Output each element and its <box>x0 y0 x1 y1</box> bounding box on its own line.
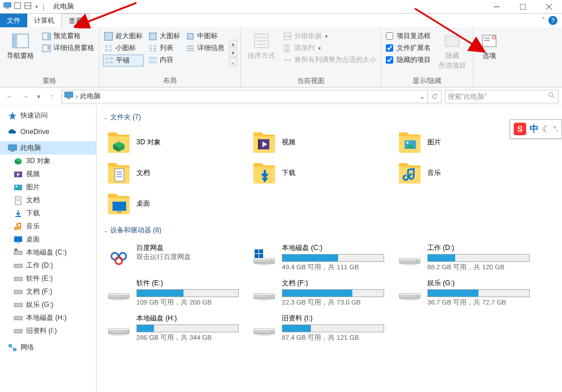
list-view[interactable]: 列表 <box>147 43 181 53</box>
drive-icon <box>107 283 131 302</box>
sidebar-thispc[interactable]: 此电脑 <box>0 141 96 155</box>
drive-4[interactable]: 文档 (F:)22.3 GB 可用，共 73.0 GB <box>249 275 394 310</box>
sidebar-network[interactable]: 网络 <box>0 341 96 354</box>
close-button[interactable] <box>536 0 562 14</box>
sidebar-docs[interactable]: 文档 <box>0 194 96 207</box>
ime-float[interactable]: S 中 ☾ °, <box>510 119 562 139</box>
sidebar-h[interactable]: 本地磁盘 (H:) <box>0 311 96 324</box>
small-icons[interactable]: 小图标 <box>103 43 144 53</box>
item-checkboxes[interactable]: 项目复选框 <box>385 31 432 41</box>
drive-3[interactable]: 软件 (E:)109 GB 可用，共 200 GB <box>103 275 249 310</box>
drive-1[interactable]: 本地磁盘 (C:)49.4 GB 可用，共 111 GB <box>249 240 394 275</box>
main-area: 快速访问 OneDrive 此电脑 3D 对象 视频 图片 文档 下载 音乐 桌… <box>0 106 562 392</box>
forward-button[interactable]: → <box>19 90 32 103</box>
sidebar-downloads[interactable]: 下载 <box>0 207 96 220</box>
svg-rect-52 <box>484 37 490 39</box>
extra-large-icons[interactable]: 超大图标 <box>103 31 144 41</box>
help-icon[interactable]: ? <box>548 16 557 25</box>
layout-scroll-down[interactable]: ▾ <box>229 49 237 57</box>
size-all-columns[interactable]: 将所有列调整为合适的大小 <box>282 55 377 65</box>
sidebar-e[interactable]: 软件 (E:) <box>0 272 96 285</box>
medium-icons[interactable]: 中图标 <box>185 31 226 41</box>
drive-free: 87.4 GB 可用，共 121 GB <box>282 333 391 342</box>
sidebar-quick[interactable]: 快速访问 <box>0 109 96 122</box>
hide-selected[interactable]: 隐藏 所选项目 <box>435 31 469 75</box>
drive-0[interactable]: 百度网盘双击运行百度网盘 <box>103 240 249 275</box>
sidebar-g[interactable]: 娱乐 (G:) <box>0 298 96 311</box>
drive-icon7 <box>14 327 23 336</box>
sidebar-d[interactable]: 工作 (D:) <box>0 259 96 272</box>
sidebar-3d[interactable]: 3D 对象 <box>0 155 96 168</box>
svg-rect-131 <box>109 329 129 330</box>
preview-pane-icon <box>42 32 51 41</box>
search-input[interactable] <box>448 93 548 101</box>
sidebar-desktop[interactable]: 桌面 <box>0 233 96 246</box>
folder-icon <box>107 191 131 215</box>
back-button[interactable]: ← <box>3 90 16 103</box>
section-devices[interactable]: ⌄设备和驱动器 (8) <box>103 226 555 235</box>
ime-zh[interactable]: 中 <box>530 123 539 135</box>
svg-rect-1 <box>6 8 9 9</box>
large-icons[interactable]: 大图标 <box>147 31 181 41</box>
star-icon <box>8 111 17 120</box>
sidebar-i[interactable]: 旧资料 (I:) <box>0 324 96 337</box>
nav-pane-button[interactable]: 导航窗格 <box>3 31 38 75</box>
folder-documents[interactable]: 文档 <box>103 157 249 188</box>
folder-videos[interactable]: 视频 <box>249 127 394 157</box>
sidebar-videos[interactable]: 视频 <box>0 168 96 181</box>
pc-icon2 <box>8 144 17 153</box>
moon-icon[interactable]: ☾ <box>542 124 550 135</box>
video-icon <box>14 170 23 179</box>
recent-dd[interactable]: ▾ <box>35 90 42 103</box>
drive-7[interactable]: 旧资料 (I:)87.4 GB 可用，共 121 GB <box>249 310 394 345</box>
tab-view[interactable]: 查看 <box>61 14 90 27</box>
up-button[interactable]: ↑ <box>45 90 58 103</box>
drive-2[interactable]: 工作 (D:)88.2 GB 可用，共 120 GB <box>394 240 540 275</box>
svg-rect-33 <box>149 57 157 60</box>
folder-desktop[interactable]: 桌面 <box>103 188 249 219</box>
sidebar-music[interactable]: 音乐 <box>0 220 96 233</box>
group-by[interactable]: 分组依据 <box>282 31 377 41</box>
maximize-button[interactable] <box>510 0 536 14</box>
crumb-sep[interactable]: › <box>76 93 78 101</box>
details-view[interactable]: 详细信息 <box>185 43 226 53</box>
file-ext[interactable]: 文件扩展名 <box>385 43 432 53</box>
add-columns[interactable]: 添加列 <box>282 43 377 53</box>
qat-icon2[interactable] <box>24 2 32 11</box>
content-view[interactable]: 内容 <box>147 55 181 65</box>
addr-dd[interactable]: ⌄ <box>419 93 425 101</box>
sidebar-f[interactable]: 文档 (F:) <box>0 285 96 298</box>
preview-pane[interactable]: 预览窗格 <box>41 31 95 41</box>
folder-threeD[interactable]: 3D 对象 <box>103 127 249 157</box>
search-icon[interactable] <box>548 91 556 101</box>
collapse-ribbon-icon[interactable]: ˄ <box>542 16 545 24</box>
sort-by[interactable]: 排序方式 <box>244 31 278 75</box>
svg-point-112 <box>271 260 272 261</box>
tab-computer[interactable]: 计算机 <box>27 14 61 27</box>
qat-icon1[interactable] <box>14 2 22 11</box>
drive-6[interactable]: 本地磁盘 (H:)286 GB 可用，共 344 GB <box>103 310 249 345</box>
title-sep: | <box>43 3 44 11</box>
section-folders[interactable]: ⌄文件夹 (7) <box>103 112 555 122</box>
options-button[interactable]: 选项 <box>477 31 502 85</box>
sidebar-onedrive[interactable]: OneDrive <box>0 126 96 138</box>
hidden-items[interactable]: 隐藏的项目 <box>385 55 432 65</box>
sidebar-c[interactable]: 本地磁盘 (C:) <box>0 246 96 259</box>
layout-scroll-up[interactable]: ▴ <box>229 40 237 48</box>
svg-point-67 <box>16 185 18 187</box>
refresh-button[interactable] <box>428 90 442 103</box>
drive-5[interactable]: 娱乐 (G:)36.7 GB 可用，共 72.7 GB <box>394 275 540 310</box>
search-box[interactable] <box>445 90 559 103</box>
qat-dropdown[interactable]: ▾ <box>35 4 38 10</box>
minimize-button[interactable] <box>484 0 510 14</box>
tiles[interactable]: 平铺 <box>103 55 144 66</box>
layout-more[interactable]: ⌄ <box>229 58 237 66</box>
details-pane[interactable]: 详细信息窗格 <box>41 43 95 53</box>
drive-icon2 <box>14 261 23 270</box>
tab-file[interactable]: 文件 <box>0 14 27 27</box>
crumb-thispc[interactable]: 此电脑 <box>80 91 101 101</box>
folder-music[interactable]: 音乐 <box>394 157 540 188</box>
address-bar[interactable]: › 此电脑 ⌄ <box>61 90 428 103</box>
sidebar-pictures[interactable]: 图片 <box>0 181 96 194</box>
folder-downloads[interactable]: 下载 <box>249 157 394 188</box>
